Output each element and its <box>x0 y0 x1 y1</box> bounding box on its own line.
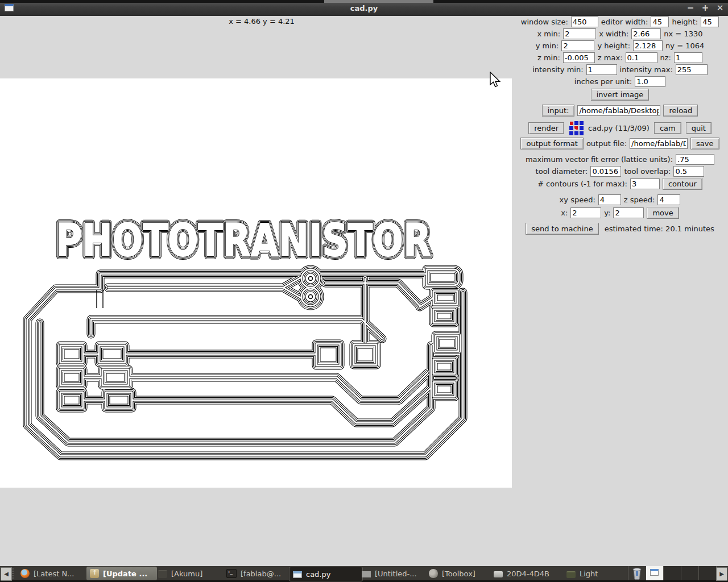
y-label: y: <box>604 209 610 217</box>
move-button[interactable]: move <box>647 207 679 219</box>
box-icon <box>566 571 576 578</box>
x-width-field[interactable] <box>631 28 661 39</box>
version-text: cad.py (11/3/09) <box>588 124 650 132</box>
workspace-3[interactable] <box>681 566 699 580</box>
intensity-max-field[interactable] <box>676 64 708 75</box>
x-min-field[interactable] <box>563 28 596 39</box>
editor-height-field[interactable] <box>701 16 719 27</box>
z-max-field[interactable] <box>626 52 657 63</box>
taskbar-item-cadpy[interactable]: cad.py <box>289 567 363 581</box>
row-output: output format output file: save <box>512 138 728 149</box>
gimp-icon <box>429 569 438 578</box>
board-title: PHOTOTRANISTOR PHOTOTRANISTOR PHOTOTRANI… <box>56 215 431 266</box>
row-input: input: reload <box>512 105 728 117</box>
row-contours: # contours (-1 for max): contour <box>512 178 728 190</box>
row-intensity: intensity min: intensity max: <box>512 64 728 75</box>
cam-button[interactable]: cam <box>654 122 681 134</box>
editor-width-field[interactable] <box>651 16 669 27</box>
workspace-2[interactable] <box>664 566 681 580</box>
inches-per-unit-field[interactable] <box>635 76 665 87</box>
y-field[interactable] <box>613 207 644 218</box>
nz-field[interactable] <box>674 52 702 63</box>
y-min-field[interactable] <box>561 40 594 51</box>
taskbar-item-untitled[interactable]: [Untitled-... <box>358 567 430 580</box>
save-button[interactable]: save <box>690 138 719 149</box>
taskbar-item-light[interactable]: Light <box>563 567 624 580</box>
invert-image-button[interactable]: invert image <box>591 89 650 101</box>
window-icon <box>293 571 302 578</box>
taskbar-scroll-left-button[interactable]: ◀ <box>1 567 12 581</box>
input-button[interactable]: input: <box>542 105 575 117</box>
update-manager-icon <box>90 569 99 578</box>
svg-text:PHOTOTRANISTOR: PHOTOTRANISTOR <box>56 215 431 266</box>
tool-overlap-field[interactable] <box>673 166 704 177</box>
contours-field[interactable] <box>630 178 660 189</box>
render-button[interactable]: render <box>528 122 564 134</box>
nx-readout: nx = 1330 <box>664 30 702 38</box>
taskbar-grip[interactable] <box>12 568 14 579</box>
close-button[interactable]: ✕ <box>715 3 725 13</box>
trash-icon[interactable] <box>631 567 643 580</box>
editor-width-label: editor width: <box>601 18 648 26</box>
x-field[interactable] <box>570 207 601 218</box>
row-tool: tool diameter: tool overlap: <box>512 166 728 177</box>
window-size-field[interactable] <box>571 16 598 27</box>
output-format-button[interactable]: output format <box>520 138 583 149</box>
pad-hole <box>309 277 313 281</box>
xy-speed-label: xy speed: <box>560 196 595 204</box>
input-path-field[interactable] <box>577 105 660 116</box>
maximize-button[interactable]: + <box>701 3 710 13</box>
taskbar-item-toolbox[interactable]: [Toolbox] <box>425 567 495 580</box>
desktop: cad.py − + ✕ x = 4.66 y = 4.21 <box>0 0 728 582</box>
taskbar-item-update-manager[interactable]: [Update ... <box>86 567 157 580</box>
z-speed-field[interactable] <box>657 194 680 205</box>
intensity-min-label: intensity min: <box>532 65 583 74</box>
z-min-field[interactable] <box>563 52 595 63</box>
intensity-min-field[interactable] <box>586 64 617 75</box>
tool-diameter-field[interactable] <box>590 166 621 177</box>
taskbar-item-akumu[interactable]: [Akumu] <box>155 567 226 580</box>
workspace-window-glyph <box>650 569 659 576</box>
y-height-field[interactable] <box>633 40 663 51</box>
fit-error-field[interactable] <box>676 154 714 165</box>
x-min-label: x min: <box>537 30 561 38</box>
mouse-coordinates-readout: x = 4.66 y = 4.21 <box>199 17 324 26</box>
taskbar-item-firefox[interactable]: [Latest N... <box>17 567 91 580</box>
quit-button[interactable]: quit <box>686 122 712 134</box>
mouse-cursor <box>489 72 502 89</box>
row-fit-error: maximum vector fit error (lattice units)… <box>512 154 728 165</box>
reload-button[interactable]: reload <box>663 105 698 117</box>
tool-overlap-label: tool overlap: <box>624 167 671 176</box>
ny-readout: ny = 1064 <box>665 41 704 50</box>
output-file-label: output file: <box>586 139 627 148</box>
drive-icon <box>494 571 503 577</box>
taskbar-item-terminal[interactable]: [fablab@... <box>223 567 293 580</box>
cad-canvas[interactable]: PHOTOTRANISTOR PHOTOTRANISTOR PHOTOTRANI… <box>0 78 512 488</box>
xy-speed-field[interactable] <box>598 194 621 205</box>
row-x: x min: x width: nx = 1330 <box>512 28 728 39</box>
workspace-4[interactable] <box>699 566 717 580</box>
taskbar-item-drive[interactable]: 20D4-4D4B <box>490 567 568 580</box>
row-inches: inches per unit: <box>512 76 728 87</box>
contours-label: # contours (-1 for max): <box>537 180 627 188</box>
taskbar: ◀ [Latest N... [Update ... [Akumu] [fabl… <box>0 566 728 582</box>
editor-height-label: height: <box>672 18 698 26</box>
terminal-icon <box>226 569 237 578</box>
row-move: x: y: move <box>512 207 728 219</box>
send-to-machine-button[interactable]: send to machine <box>526 223 598 235</box>
pcb-traces <box>27 269 463 456</box>
x-width-label: x width: <box>599 30 628 38</box>
taskbar-scroll-right-button[interactable]: ▶ <box>716 567 727 581</box>
row-window-size: window size: editor width: height: <box>512 16 728 27</box>
minimize-button[interactable]: − <box>686 3 695 13</box>
output-file-field[interactable] <box>630 138 688 149</box>
row-speeds: xy speed: z speed: <box>512 194 728 205</box>
row-invert: invert image <box>512 89 728 101</box>
workspace-1-current[interactable] <box>646 566 664 580</box>
row-render: render cad.py (11/3/09) cam quit <box>512 120 728 135</box>
contour-button[interactable]: contour <box>663 178 702 190</box>
workspace-switcher[interactable] <box>646 566 717 580</box>
z-min-label: z min: <box>537 53 560 62</box>
intensity-max-label: intensity max: <box>620 65 673 74</box>
inches-per-unit-label: inches per unit: <box>574 77 632 86</box>
